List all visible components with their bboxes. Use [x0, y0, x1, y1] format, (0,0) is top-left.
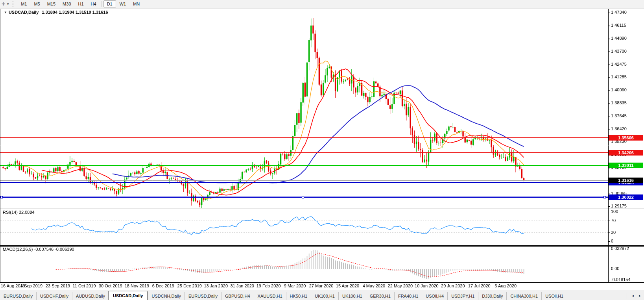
- date-axis-label: 9 Mar 2020: [284, 283, 306, 288]
- chart-tab-xauusd-h1[interactable]: XAUUSD,H1: [254, 292, 286, 300]
- tab-scroll-separator: [627, 293, 627, 299]
- price-axis-tick: 1.36420: [611, 126, 627, 131]
- rsi-axis-tick: 30: [611, 230, 616, 235]
- date-axis-label: 10 Jun 2020: [415, 283, 439, 288]
- macd-axis-tick: -0.018154: [611, 277, 631, 282]
- date-axis-label: 29 Jun 2020: [441, 283, 465, 288]
- date-axis-label: 31 Jan 2020: [230, 283, 254, 288]
- date-axis-label: 23 Sep 2019: [46, 283, 70, 288]
- timeframe-button-m15[interactable]: M15: [44, 0, 59, 7]
- chart-tab-audusd-daily[interactable]: AUDUSD,Daily: [72, 292, 109, 300]
- cursor-tool-icon[interactable]: ✛: [2, 2, 5, 7]
- rsi-indicator-label: RSI(14) 32.0884: [3, 210, 35, 215]
- chart-tab-fra40-h1[interactable]: FRA40,H1: [394, 292, 422, 300]
- chart-tab-bar: EURUSD,DailyUSDCHF,DailyAUDUSD,DailyUSDC…: [0, 290, 644, 300]
- price-axis-tick: 1.38835: [611, 100, 627, 105]
- current-price-badge: 1.31616: [609, 178, 643, 183]
- chart-title-ohlc: 1.31804 1.31904 1.31510 1.31616: [42, 10, 108, 15]
- price-axis-tick: 1.40060: [611, 87, 627, 92]
- tab-scroll-right-icon[interactable]: ▸: [637, 293, 643, 299]
- chart-tab-usdjpy-h1[interactable]: USDJPY,H1: [447, 292, 478, 300]
- chart-tab-dj30-daily[interactable]: DJ30,Daily: [478, 292, 506, 300]
- timeframe-button-m30[interactable]: M30: [59, 0, 74, 7]
- price-axis-tick: 1.42475: [611, 62, 627, 67]
- toolbar-grip: [13, 1, 15, 7]
- timeframe-button-m5[interactable]: M5: [30, 0, 43, 7]
- hline-price-badge: 1.35606: [609, 135, 643, 141]
- chart-tab-usoil-h4[interactable]: USOil,H4: [422, 292, 447, 300]
- date-axis: 16 Aug 20194 Sep 201923 Sep 201911 Oct 2…: [0, 283, 608, 289]
- date-axis-label: 18 Nov 2019: [125, 283, 149, 288]
- timeframe-button-h4[interactable]: H4: [87, 0, 100, 7]
- timeframe-button-m1[interactable]: M1: [17, 0, 30, 7]
- price-axis-tick: 1.29175: [611, 204, 627, 208]
- timeframe-buttons: M1M5M15M30H1H4D1W1MN: [17, 0, 143, 7]
- price-axis-tick: 1.41285: [611, 74, 627, 79]
- date-axis-label: 27 Mar 2020: [309, 283, 334, 288]
- chevron-down-icon[interactable]: ▼: [6, 2, 9, 6]
- date-axis-label: 30 Oct 2019: [99, 283, 122, 288]
- date-axis-label: 19 Feb 2020: [256, 283, 281, 288]
- date-axis-label: 17 Jul 2020: [468, 283, 491, 288]
- price-chart-canvas[interactable]: [0, 8, 644, 290]
- price-axis-tick: 1.44890: [611, 36, 627, 41]
- toolbar-separator: [101, 1, 102, 7]
- chart-tab-eurusd-daily[interactable]: EURUSD,Daily: [185, 292, 221, 300]
- timeframe-toolbar: ✛ ▼ M1M5M15M30H1H4D1W1MN: [0, 0, 644, 8]
- chart-tab-usdcnh-daily[interactable]: USDCNH,Daily: [148, 292, 185, 300]
- macd-axis-tick: 0.032972: [611, 246, 629, 251]
- macd-indicator-label: MACD(12,26,9) -0.007546 -0.006390: [3, 247, 74, 252]
- date-axis-label: 11 Oct 2019: [72, 283, 96, 288]
- macd-axis-tick: 0.00: [611, 266, 619, 271]
- hline-price-badge: 1.33011: [609, 163, 643, 168]
- price-axis-tick: 1.43700: [611, 49, 627, 54]
- date-axis-label: 6 Dec 2019: [152, 283, 174, 288]
- chart-title: ▼ USDCAD,Daily 1.31804 1.31904 1.31510 1…: [3, 10, 108, 15]
- tab-scroll-controls: ◂ ▸: [625, 293, 643, 299]
- chart-tab-usdchf-daily[interactable]: USDCHF,Daily: [36, 292, 72, 300]
- price-axis-tick: 1.37645: [611, 113, 627, 118]
- date-axis-label: 5 Aug 2020: [495, 283, 517, 288]
- price-axis-tick: 1.47340: [611, 10, 627, 15]
- timeframe-button-h1[interactable]: H1: [75, 0, 87, 7]
- date-axis-label: 4 Sep 2019: [20, 283, 42, 288]
- date-axis-label: 22 May 2020: [388, 283, 413, 288]
- rsi-axis-tick: 70: [611, 218, 616, 223]
- chart-tab-usoil-h1[interactable]: USOil,H1: [541, 292, 567, 300]
- chart-tab-eurusd-daily[interactable]: EURUSD,Daily: [0, 292, 36, 300]
- chart-tab-usdcad-daily[interactable]: USDCAD,Daily: [108, 291, 148, 300]
- chart-tab-uk100-h1[interactable]: UK100,H1: [338, 292, 366, 300]
- tab-scroll-left-icon[interactable]: ◂: [630, 293, 636, 299]
- rsi-axis-tick: 100: [611, 209, 618, 214]
- rsi-axis-tick: 0: [611, 239, 613, 243]
- chart-tab-ger30-h1[interactable]: GER30,H1: [366, 292, 394, 300]
- timeframe-button-mn[interactable]: MN: [129, 0, 143, 7]
- timeframe-button-d1[interactable]: D1: [103, 0, 116, 7]
- chart-tab-hk50-h1[interactable]: HK50,H1: [286, 292, 311, 300]
- price-axis-tick: 1.46115: [611, 23, 626, 28]
- date-axis-label: 13 Jan 2020: [204, 283, 228, 288]
- chart-menu-triangle-icon[interactable]: ▼: [4, 11, 7, 14]
- chart-tab-china300-h1[interactable]: CHINA300,H1: [506, 292, 541, 300]
- chart-tab-uk100-h1[interactable]: UK100,H1: [311, 292, 338, 300]
- hline-price-badge: 1.30022: [609, 194, 643, 200]
- hline-price-badge: 1.34206: [609, 150, 643, 156]
- date-axis-label: 25 Dec 2019: [177, 283, 202, 288]
- chart-tab-gbpusd-h4[interactable]: GBPUSD,H4: [221, 292, 254, 300]
- date-axis-label: 15 Apr 2020: [336, 283, 359, 288]
- chart-title-symbol: USDCAD,Daily: [9, 10, 39, 15]
- date-axis-label: 4 May 2020: [363, 283, 385, 288]
- timeframe-button-w1[interactable]: W1: [116, 0, 130, 7]
